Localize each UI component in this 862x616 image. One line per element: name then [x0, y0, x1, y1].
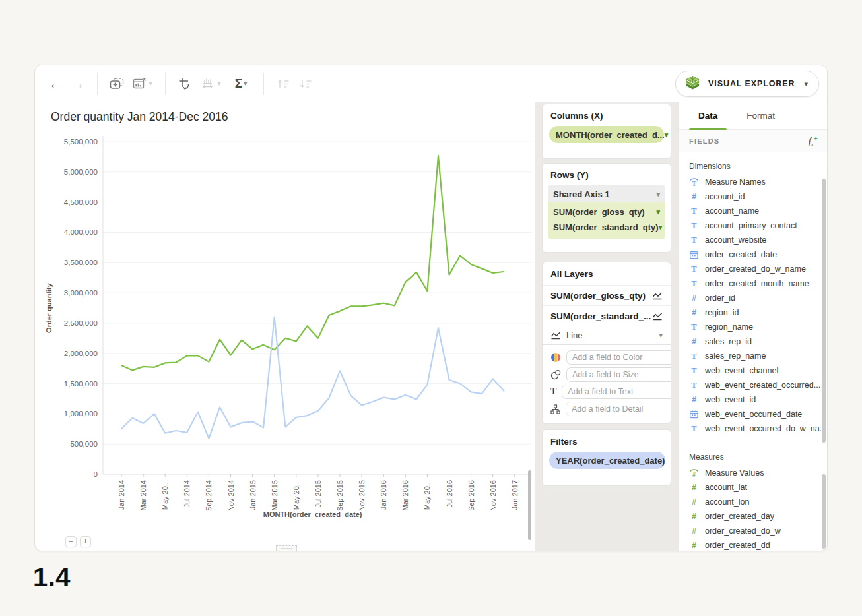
text-icon: T [689, 366, 699, 376]
toolbar-separator [263, 73, 264, 95]
swap-axes-button[interactable] [174, 73, 196, 95]
field-item[interactable]: Tsales_rep_name [679, 349, 828, 363]
color-drop-row [543, 349, 671, 366]
rows-field-label: SUM(order_gloss_qty) [553, 207, 645, 217]
svg-text:Sep 2016: Sep 2016 [467, 480, 475, 511]
field-item[interactable]: Tweb_event_created_occurred... [679, 378, 828, 392]
field-item[interactable]: Tregion_name [679, 320, 828, 334]
field-item-label: web_event_created_occurred... [705, 381, 820, 390]
field-item[interactable]: #web_event_id [679, 392, 828, 407]
zoom-in-button[interactable]: + [80, 536, 91, 547]
rows-field-pill[interactable]: SUM(order_standard_qty) ▾ [548, 220, 665, 235]
fields-label: FIELDS [689, 137, 719, 145]
field-item[interactable]: Torder_created_do_w_name [679, 262, 828, 276]
field-item[interactable]: #account_lat [679, 480, 828, 495]
sort-ascending-button[interactable] [272, 73, 294, 95]
number-icon: # [689, 526, 699, 536]
field-item-label: sales_rep_id [705, 337, 752, 346]
chevron-down-icon: ▾ [244, 80, 247, 87]
svg-text:4,000,000: 4,000,000 [64, 228, 98, 236]
field-item[interactable]: Taccount_primary_contact [679, 218, 828, 233]
redo-button[interactable]: → [67, 73, 89, 95]
svg-text:500,000: 500,000 [70, 440, 98, 448]
shared-axis-pill[interactable]: Shared Axis 1 ▾ [548, 185, 665, 202]
layers-shelf-title: All Layers [543, 262, 671, 285]
filters-shelf: Filters YEAR(order_created_date) ▾ [542, 429, 671, 486]
chart-plot[interactable]: 0500,0001,000,0001,500,0002,000,0002,500… [40, 129, 535, 525]
number-icon: # [689, 337, 699, 346]
field-item[interactable]: #order_created_dd [679, 538, 828, 551]
field-item-label: Measure Names [705, 177, 766, 187]
aggregate-button[interactable]: Σ ▾ [226, 73, 255, 95]
field-item[interactable]: TMeasure Names [679, 175, 828, 189]
clear-sheet-button[interactable]: ▾ [128, 73, 157, 95]
filter-field-pill[interactable]: YEAR(order_created_date) ▾ [549, 452, 665, 469]
chevron-down-icon: ▾ [659, 331, 663, 340]
field-item[interactable]: #Measure Values [679, 466, 828, 480]
field-item[interactable]: #region_id [679, 305, 828, 320]
field-item[interactable]: Taccount_name [679, 204, 828, 218]
measures-scrollbar[interactable] [822, 474, 826, 549]
chart-vertical-scrollbar[interactable] [528, 470, 531, 540]
layer-item[interactable]: SUM(order_standard_... [543, 305, 671, 326]
svg-text:5,000,000: 5,000,000 [64, 168, 98, 176]
field-item[interactable]: #order_created_day [679, 509, 828, 524]
text-icon: T [689, 323, 699, 332]
svg-text:0: 0 [94, 470, 98, 478]
encoding-drop-zones: T [543, 345, 671, 423]
undo-button[interactable]: ← [44, 73, 67, 95]
detail-drop-row [543, 400, 671, 417]
line-mark-icon [652, 292, 663, 300]
detail-icon [550, 404, 560, 414]
svg-text:T: T [692, 180, 696, 187]
field-item-label: region_name [705, 323, 753, 332]
color-drop-input[interactable] [566, 350, 671, 365]
field-item[interactable]: #order_created_do_w [679, 524, 828, 538]
field-item-label: order_created_do_w [705, 526, 781, 536]
field-item[interactable]: order_created_date [679, 247, 828, 262]
mark-type-select[interactable]: Line ▾ [543, 326, 671, 345]
text-drop-input[interactable] [562, 385, 671, 399]
field-item[interactable]: #sales_rep_id [679, 334, 828, 349]
visual-explorer-menu-button[interactable]: VISUAL EXPLORER ▾ [675, 71, 819, 97]
field-item[interactable]: web_event_occurred_date [679, 407, 828, 421]
shared-axis-label: Shared Axis 1 [553, 189, 610, 199]
layer-item[interactable]: SUM(order_gloss_qty) [543, 285, 671, 305]
size-drop-input[interactable] [566, 367, 671, 382]
pane-resize-handle[interactable]: ▪▪▪▪▪▪ [276, 545, 297, 551]
fields-header-bar: FIELDS fx+ [679, 130, 828, 152]
sort-descending-button[interactable] [294, 73, 317, 95]
detail-drop-input[interactable] [566, 402, 671, 416]
field-item[interactable]: Tweb_event_channel [679, 363, 828, 378]
layer-item-label: SUM(order_standard_... [550, 311, 651, 321]
add-calculated-field-button[interactable]: fx+ [809, 134, 818, 148]
measures-label: Measures [679, 443, 828, 466]
text-icon: T [689, 424, 699, 434]
dimensions-scrollbar[interactable] [822, 179, 826, 443]
rows-field-pill[interactable]: SUM(order_gloss_qty) ▾ [548, 204, 665, 220]
visual-explorer-window: ← → ▾ [34, 65, 828, 551]
sort-descending-icon [298, 78, 313, 90]
size-icon [550, 369, 561, 380]
tab-data[interactable]: Data [698, 102, 717, 130]
sigma-icon: Σ [235, 77, 242, 91]
svg-text:1,500,000: 1,500,000 [64, 380, 98, 388]
number-icon: # [689, 308, 699, 317]
columns-field-pill[interactable]: MONTH(order_created_d... ▾ [549, 126, 664, 143]
zoom-out-button[interactable]: − [65, 536, 77, 547]
field-item[interactable]: #account_lon [679, 495, 828, 509]
field-item[interactable]: Torder_created_month_name [679, 276, 828, 291]
field-item[interactable]: Tweb_event_occurred_do_w_na... [679, 421, 828, 436]
fit-width-button[interactable]: ▾ [196, 73, 226, 95]
number-icon: # [689, 192, 699, 201]
chart-pane: Order quantity Jan 2014-Dec 2016 0500,00… [35, 102, 535, 551]
field-item[interactable]: #account_id [679, 189, 828, 204]
field-item[interactable]: #order_id [679, 291, 828, 305]
tab-format[interactable]: Format [746, 102, 775, 130]
number-icon: # [689, 293, 699, 303]
workspace: Order quantity Jan 2014-Dec 2016 0500,00… [35, 102, 828, 551]
line-mark-icon [550, 331, 561, 340]
fields-panel: Data Format FIELDS fx+ Dimensions TMeasu… [678, 102, 828, 551]
field-item[interactable]: Taccount_website [679, 233, 828, 247]
duplicate-sheet-button[interactable] [106, 73, 128, 95]
